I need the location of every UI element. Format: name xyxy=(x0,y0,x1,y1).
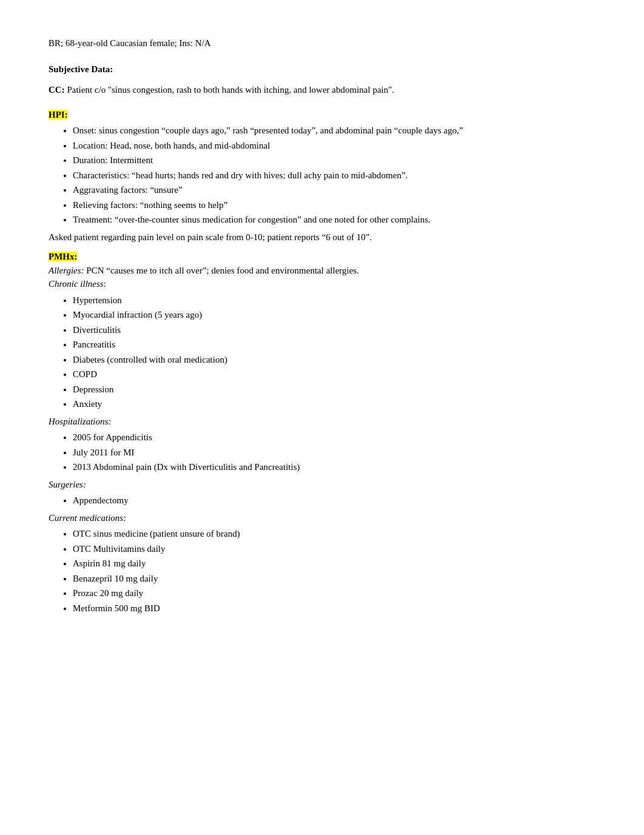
surgeries-label: Surgeries: xyxy=(49,478,595,492)
list-item: Relieving factors: “nothing seems to hel… xyxy=(73,198,595,212)
list-item: Appendectomy xyxy=(73,494,595,508)
list-item: 2013 Abdominal pain (Dx with Diverticuli… xyxy=(73,460,595,474)
list-item: OTC sinus medicine (patient unsure of br… xyxy=(73,527,595,541)
list-item: Aspirin 81 mg daily xyxy=(73,557,595,571)
current-medications-label: Current medications: xyxy=(49,511,595,525)
allergies-label: Allergies: xyxy=(49,266,84,275)
list-item: Duration: Intermittent xyxy=(73,153,595,167)
pmhx-block: PMHx: Allergies: PCN “causes me to itch … xyxy=(49,250,595,615)
chronic-illness-label: Chronic illness: xyxy=(49,277,595,291)
hospitalizations-list: 2005 for Appendicitis July 2011 for MI 2… xyxy=(73,431,595,474)
hpi-block: HPI: Onset: sinus congestion “couple day… xyxy=(49,108,595,244)
list-item: COPD xyxy=(73,367,595,381)
list-item: Myocardial infraction (5 years ago) xyxy=(73,308,595,322)
patient-header: BR; 68-year-old Caucasian female; Ins: N… xyxy=(49,36,595,50)
list-item: Diabetes (controlled with oral medicatio… xyxy=(73,353,595,367)
list-item: Anxiety xyxy=(73,397,595,411)
list-item: Diverticulitis xyxy=(73,323,595,337)
pmhx-title-wrapper: PMHx: xyxy=(49,250,595,264)
hpi-title-wrapper: HPI: xyxy=(49,108,595,122)
list-item: Depression xyxy=(73,383,595,397)
pain-scale-text: Asked patient regarding pain level on pa… xyxy=(49,230,595,244)
current-medications-list: OTC sinus medicine (patient unsure of br… xyxy=(73,527,595,615)
list-item: Location: Head, nose, both hands, and mi… xyxy=(73,139,595,153)
surgeries-list: Appendectomy xyxy=(73,494,595,508)
hpi-title: HPI: xyxy=(49,110,68,119)
cc-section: CC: Patient c/o "sinus congestion, rash … xyxy=(49,83,595,97)
list-item: 2005 for Appendicitis xyxy=(73,431,595,444)
allergies-line: Allergies: PCN “causes me to itch all ov… xyxy=(49,264,595,278)
hpi-list: Onset: sinus congestion “couple days ago… xyxy=(73,124,595,227)
list-item: Benazepril 10 mg daily xyxy=(73,572,595,586)
list-item: OTC Multivitamins daily xyxy=(73,542,595,556)
cc-label: CC: xyxy=(49,85,65,95)
list-item: Characteristics: “head hurts; hands red … xyxy=(73,169,595,183)
chronic-illness-list: Hypertension Myocardial infraction (5 ye… xyxy=(73,293,595,411)
hospitalizations-label: Hospitalizations: xyxy=(49,415,595,429)
subjective-title: Subjective Data: xyxy=(49,62,595,76)
list-item: Pancreatitis xyxy=(73,338,595,352)
allergies-text: PCN “causes me to itch all over”; denies… xyxy=(84,266,359,275)
list-item: Metformin 500 mg BID xyxy=(73,602,595,615)
list-item: Hypertension xyxy=(73,293,595,307)
list-item: July 2011 for MI xyxy=(73,446,595,460)
list-item: Aggravating factors: “unsure” xyxy=(73,183,595,197)
list-item: Onset: sinus congestion “couple days ago… xyxy=(73,124,595,138)
list-item: Treatment: “over-the-counter sinus medic… xyxy=(73,213,595,227)
chronic-illness-label-text: Chronic illness xyxy=(49,279,104,289)
cc-text: Patient c/o "sinus congestion, rash to b… xyxy=(65,85,394,95)
pmhx-title: PMHx: xyxy=(49,252,77,261)
list-item: Prozac 20 mg daily xyxy=(73,586,595,600)
